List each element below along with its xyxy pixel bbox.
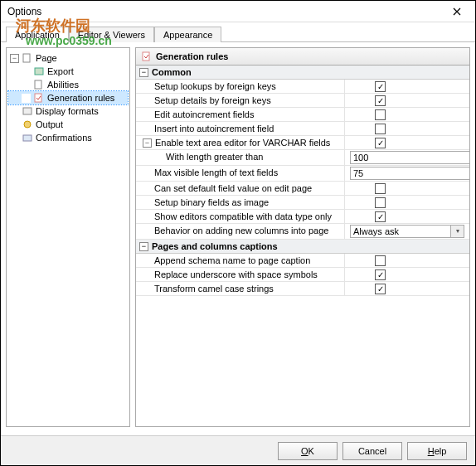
combo-box[interactable]: Always ask▾ xyxy=(350,225,464,238)
prop-label: Replace underscore with space symbols xyxy=(136,268,345,281)
section-header: Generation rules xyxy=(135,47,470,66)
svg-rect-4 xyxy=(23,108,32,114)
tree-item-generation-rules[interactable]: Generation rules xyxy=(8,91,128,104)
spin-input[interactable] xyxy=(350,151,470,164)
checkbox[interactable] xyxy=(375,197,386,208)
checkbox[interactable]: ✓ xyxy=(375,211,386,222)
close-icon xyxy=(453,7,461,16)
prop-label: With length greater than xyxy=(136,150,345,165)
row-append-schema: Append schema name to page caption xyxy=(136,254,469,268)
category-label: Pages and columns captions xyxy=(152,241,278,251)
tree-item-display-formats[interactable]: Display formats xyxy=(8,104,128,118)
page-icon xyxy=(22,52,33,64)
tree-label: Output xyxy=(36,119,63,129)
property-grid: − Common Setup lookups by foreign keys✓ … xyxy=(135,66,470,427)
prop-label: Show editors compatible with data type o… xyxy=(136,210,345,223)
row-default-value: Can set default field value on edit page xyxy=(136,182,469,196)
prop-label: Can set default field value on edit page xyxy=(136,182,345,195)
svg-rect-0 xyxy=(23,54,30,62)
tab-strip: Application Editor & Viewers Appearance xyxy=(1,22,475,42)
tree-item-output[interactable]: Output xyxy=(8,118,128,131)
checkbox[interactable] xyxy=(375,183,386,194)
checkbox[interactable]: ✓ xyxy=(375,95,386,106)
tab-appearance[interactable]: Appearance xyxy=(154,27,221,42)
rules-icon xyxy=(33,92,45,104)
spin-edit[interactable]: ▲▼ xyxy=(350,167,464,180)
svg-rect-1 xyxy=(35,68,43,75)
section-title: Generation rules xyxy=(156,51,228,61)
output-icon xyxy=(22,119,33,130)
checkbox[interactable] xyxy=(375,255,386,266)
checkbox[interactable]: ✓ xyxy=(375,81,386,92)
svg-rect-2 xyxy=(35,80,41,89)
collapse-icon[interactable]: − xyxy=(10,54,19,63)
row-enable-textarea: −Enable text area editor for VARCHAR fie… xyxy=(136,136,469,150)
row-camel-case: Transform camel case strings✓ xyxy=(136,282,469,296)
prop-label: Transform camel case strings xyxy=(136,282,345,295)
cancel-button[interactable]: Cancel xyxy=(342,442,402,460)
tree-item-abilities[interactable]: Abilities xyxy=(8,78,128,91)
collapse-icon[interactable]: − xyxy=(143,138,152,148)
export-icon xyxy=(33,66,45,77)
prop-label: Setup binary fields as image xyxy=(136,196,345,209)
checkbox[interactable] xyxy=(375,124,386,134)
navigation-tree[interactable]: − Page Export Abilities Generation rules… xyxy=(6,47,130,427)
row-compatible-editors: Show editors compatible with data type o… xyxy=(136,210,469,224)
row-replace-underscore: Replace underscore with space symbols✓ xyxy=(136,268,469,282)
combo-value: Always ask xyxy=(350,225,451,238)
spin-input[interactable] xyxy=(350,167,470,180)
tree-item-page[interactable]: − Page xyxy=(8,51,128,65)
prop-label: Behavior on adding new columns into page xyxy=(136,224,345,239)
prop-label: Insert into autoincrement field xyxy=(136,122,345,135)
tree-label: Abilities xyxy=(47,80,79,90)
row-new-columns-behavior: Behavior on adding new columns into page… xyxy=(136,224,469,240)
prop-label: Setup lookups by foreign keys xyxy=(136,80,345,93)
checkbox[interactable]: ✓ xyxy=(375,284,386,294)
collapse-icon[interactable]: − xyxy=(139,242,148,251)
row-max-visible-length: Max visible length of text fields▲▼ xyxy=(136,166,469,182)
tree-label: Generation rules xyxy=(47,93,114,103)
collapse-icon[interactable]: − xyxy=(139,68,148,77)
tab-application[interactable]: Application xyxy=(6,27,69,42)
help-button[interactable]: HelpHelp xyxy=(407,442,467,460)
prop-label: Enable text area editor for VARCHAR fiel… xyxy=(155,138,330,148)
prop-label: Append schema name to page caption xyxy=(136,254,345,267)
prop-label: Setup details by foreign keys xyxy=(136,94,345,107)
ok-button[interactable]: OOKK xyxy=(278,442,338,460)
tab-editor-viewers[interactable]: Editor & Viewers xyxy=(69,27,154,42)
svg-rect-3 xyxy=(35,94,41,102)
svg-rect-7 xyxy=(143,52,149,61)
tree-label: Export xyxy=(47,66,74,76)
tree-item-confirmations[interactable]: Confirmations xyxy=(8,131,128,144)
dialog-footer: OOKK Cancel HelpHelp xyxy=(1,435,475,465)
row-length-greater: With length greater than▲▼ xyxy=(136,150,469,166)
main-panel: Generation rules − Common Setup lookups … xyxy=(135,47,470,427)
close-button[interactable] xyxy=(442,2,472,21)
svg-point-5 xyxy=(24,121,31,128)
row-binary-image: Setup binary fields as image xyxy=(136,196,469,210)
category-label: Common xyxy=(152,67,192,77)
category-common[interactable]: − Common xyxy=(136,66,469,80)
prop-label: Max visible length of text fields xyxy=(136,166,345,181)
category-captions[interactable]: − Pages and columns captions xyxy=(136,240,469,254)
chevron-down-icon: ▾ xyxy=(451,225,464,238)
row-setup-details: Setup details by foreign keys✓ xyxy=(136,94,469,108)
titlebar: Options xyxy=(1,1,475,22)
checkbox[interactable] xyxy=(375,109,386,120)
checkbox[interactable]: ✓ xyxy=(375,269,386,280)
window-title: Options xyxy=(7,6,442,17)
tree-label: Page xyxy=(36,53,57,63)
spin-edit[interactable]: ▲▼ xyxy=(350,151,464,164)
formats-icon xyxy=(22,105,33,117)
abilities-icon xyxy=(33,79,45,90)
tree-label: Display formats xyxy=(36,106,99,116)
row-edit-autoinc: Edit autoincrement fields xyxy=(136,108,469,122)
svg-rect-6 xyxy=(23,135,32,141)
prop-label: Edit autoincrement fields xyxy=(136,108,345,121)
tree-item-export[interactable]: Export xyxy=(8,65,128,78)
tree-label: Confirmations xyxy=(36,133,92,143)
rules-icon xyxy=(141,51,153,62)
confirm-icon xyxy=(22,132,33,143)
checkbox[interactable]: ✓ xyxy=(375,138,386,148)
row-insert-autoinc: Insert into autoincrement field xyxy=(136,122,469,136)
